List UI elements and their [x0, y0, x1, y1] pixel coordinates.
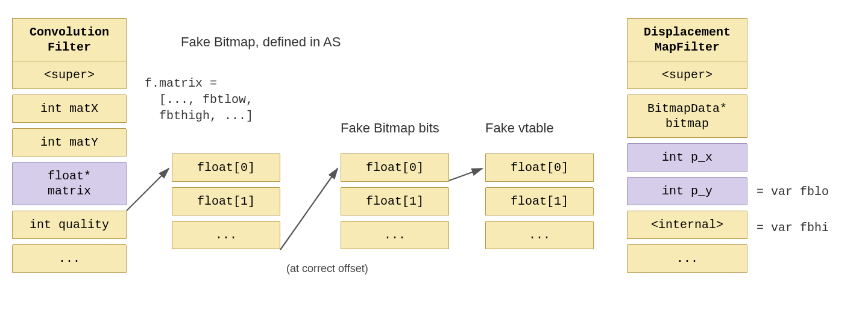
array-cell: float[1] — [172, 188, 280, 215]
struct-row: <super> — [627, 61, 747, 89]
struct-gap — [486, 215, 594, 221]
fake-bitmap-label: Fake Bitmap, defined in AS — [181, 33, 341, 51]
array-cell: float[1] — [341, 188, 449, 215]
struct-gap — [13, 156, 127, 163]
struct-gap — [341, 182, 449, 188]
struct-gap — [627, 205, 747, 211]
struct-gap — [627, 239, 747, 245]
struct-gap — [486, 182, 594, 188]
struct-gap — [172, 215, 280, 221]
convolution-filter-struct: Convolution Filter <super> int matX int … — [12, 18, 127, 273]
struct-row: int matX — [13, 95, 127, 123]
annotation-py: = var fbhi — [756, 220, 829, 236]
fake-bitmap-code: f.matrix = [..., fbtlow, fbthigh, ...] — [145, 75, 253, 124]
struct-row: int matY — [13, 129, 127, 156]
array-cell: ... — [341, 221, 449, 249]
arrow-bits-to-vtable — [449, 169, 482, 181]
struct-gap — [627, 172, 747, 178]
struct-gap — [172, 182, 280, 188]
arrow-fakebitmap-to-bits — [280, 169, 338, 250]
fake-bitmap-bits-label: Fake Bitmap bits — [341, 119, 439, 137]
struct-row-px: int p_x — [627, 144, 747, 172]
struct-gap — [13, 123, 127, 129]
fake-bitmap-bits-table: float[0] float[1] ... — [341, 153, 449, 249]
arrow-matrix-to-fakebitmap — [127, 169, 169, 211]
struct-header: Displacement MapFilter — [627, 19, 747, 61]
annotation-px: = var fblo — [756, 184, 829, 200]
struct-row: int quality — [13, 211, 127, 239]
struct-gap — [13, 205, 127, 211]
array-cell: ... — [486, 221, 594, 249]
struct-gap — [627, 89, 747, 95]
struct-row: <super> — [13, 61, 127, 89]
array-cell: float[1] — [486, 188, 594, 215]
offset-note: (at correct offset) — [286, 262, 368, 276]
struct-row: ... — [627, 245, 747, 273]
struct-gap — [13, 89, 127, 95]
struct-gap — [627, 138, 747, 144]
array-cell: float[0] — [341, 154, 449, 182]
struct-row-matrix: float* matrix — [13, 163, 127, 205]
struct-row: BitmapData* bitmap — [627, 95, 747, 138]
displacement-mapfilter-struct: Displacement MapFilter <super> BitmapDat… — [627, 18, 747, 273]
struct-gap — [13, 239, 127, 245]
struct-header: Convolution Filter — [13, 19, 127, 61]
array-cell: ... — [172, 221, 280, 249]
fake-vtable-label: Fake vtable — [485, 119, 554, 137]
array-cell: float[0] — [172, 154, 280, 182]
struct-row: ... — [13, 245, 127, 273]
struct-gap — [341, 215, 449, 221]
struct-row-py: int p_y — [627, 178, 747, 205]
fake-bitmap-table: float[0] float[1] ... — [172, 153, 280, 249]
array-cell: float[0] — [486, 154, 594, 182]
struct-row: <internal> — [627, 211, 747, 239]
fake-vtable-table: float[0] float[1] ... — [485, 153, 594, 249]
